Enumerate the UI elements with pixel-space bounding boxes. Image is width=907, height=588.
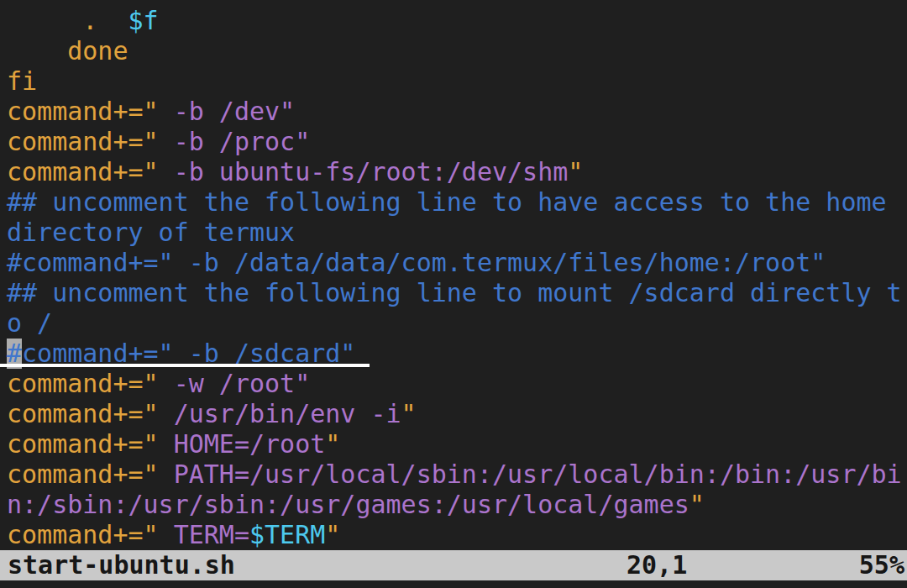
code-segment-keyword: command+=": [7, 459, 159, 489]
code-segment-keyword: ": [401, 399, 417, 428]
statusline-filename: start-ubuntu.sh: [8, 550, 235, 580]
code-segment-keyword: ": [689, 490, 705, 519]
code-segment-comment: command+=" -b /sdcard": [22, 339, 355, 368]
code-segment-keyword: ": [325, 520, 340, 549]
editor-line[interactable]: #command+=" -b /data/data/com.termux/fil…: [7, 248, 907, 278]
code-segment-string: n:/sbin:/usr/sbin:/usr/games:/usr/local/…: [7, 490, 689, 519]
editor-line[interactable]: ## uncomment the following line to mount…: [7, 278, 907, 308]
code-segment-keyword: command+=": [7, 369, 159, 398]
editor-line[interactable]: directory of termux: [7, 218, 907, 248]
code-segment-comment: #command+=" -b /data/data/com.termux/fil…: [7, 248, 826, 277]
editor-line[interactable]: n:/sbin:/usr/sbin:/usr/games:/usr/local/…: [7, 490, 907, 520]
code-segment-string: TERM=: [159, 520, 249, 549]
editor-line[interactable]: command+=" -b /dev": [7, 97, 907, 127]
editor-line[interactable]: command+=" /usr/bin/env -i": [7, 399, 907, 429]
code-segment-keyword: done: [7, 36, 128, 66]
code-segment-keyword: fi: [7, 66, 37, 96]
editor-line[interactable]: command+=" TERM=$TERM": [7, 520, 907, 550]
code-segment-keyword: command+=": [7, 127, 159, 156]
code-segment-keyword: command+=": [7, 399, 159, 428]
editor-line[interactable]: command+=" -w /root": [7, 369, 907, 399]
code-segment-variable: $f: [128, 6, 159, 35]
code-segment-keyword: ": [325, 429, 340, 459]
code-segment-string: -b /dev": [159, 97, 296, 126]
code-segment-string: -b /proc": [159, 127, 311, 156]
code-segment-keyword: command+=": [7, 157, 159, 186]
code-segment-string: -b ubuntu-fs/root:/dev/shm: [159, 157, 569, 186]
editor-line[interactable]: done: [7, 36, 907, 66]
code-segment-string: PATH=/usr/local/sbin:/usr/local/bin:/bin…: [159, 459, 902, 489]
code-segment-keyword: command+=": [7, 97, 159, 126]
code-segment-variable: $TERM: [249, 520, 325, 549]
code-segment-comment: o /: [7, 308, 52, 338]
vim-editor-buffer[interactable]: . $f doneficommand+=" -b /dev"command+="…: [0, 0, 907, 550]
code-segment-string: -w /root": [159, 369, 311, 398]
code-segment-keyword: command+=": [7, 520, 159, 549]
statusline-cursor-position: 20,1: [627, 550, 687, 580]
editor-line[interactable]: fi: [7, 66, 907, 97]
code-segment-comment: ## uncomment the following line to mount…: [7, 278, 902, 307]
editor-line[interactable]: command+=" PATH=/usr/local/sbin:/usr/loc…: [7, 459, 907, 490]
editor-line[interactable]: command+=" -b ubuntu-fs/root:/dev/shm": [7, 157, 907, 187]
editor-line[interactable]: command+=" -b /proc": [7, 127, 907, 157]
vim-cursor-block: #: [7, 339, 22, 369]
code-segment-string: HOME=/root: [159, 429, 326, 459]
editor-line[interactable]: o /: [7, 308, 907, 339]
editor-line[interactable]: . $f: [7, 6, 907, 36]
statusline-scroll-percent: 55%: [859, 550, 904, 580]
editor-line[interactable]: command+=" HOME=/root": [7, 429, 907, 459]
terminal-window: { "theme": { "background": "#1f1f1f", "k…: [0, 0, 907, 588]
code-segment-string: /usr/bin/env -i: [159, 399, 401, 428]
code-segment-keyword: command+=": [7, 429, 159, 459]
code-segment-comment: ## uncomment the following line to have …: [7, 187, 887, 217]
code-segment-keyword: .: [7, 6, 128, 35]
code-segment-comment: directory of termux: [7, 218, 295, 247]
editor-line-current[interactable]: #command+=" -b /sdcard": [7, 339, 907, 369]
vim-statusline: start-ubuntu.sh 20,1 55%: [0, 550, 907, 580]
code-segment-keyword: ": [568, 157, 583, 186]
editor-line[interactable]: ## uncomment the following line to have …: [7, 187, 907, 218]
